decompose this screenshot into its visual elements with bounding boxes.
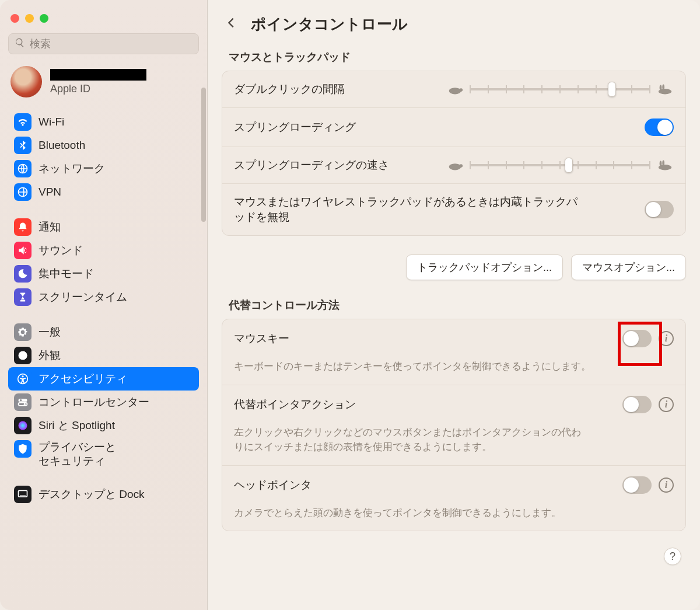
sidebar-icon — [14, 265, 32, 283]
account-sub-label: Apple ID — [50, 83, 146, 95]
row-double-click: ダブルクリックの間隔 — [222, 71, 685, 108]
search-input[interactable]: 検索 — [8, 33, 199, 54]
sidebar-item-2-5[interactable]: プライバシーとセキュリティ — [8, 437, 199, 471]
svg-point-8 — [24, 403, 26, 405]
section-mouse-trackpad-label: マウスとトラックパッド — [208, 46, 700, 71]
sidebar-icon — [14, 347, 32, 364]
sidebar-item-0-1[interactable]: Bluetooth — [8, 134, 199, 157]
sidebar-item-label: 通知 — [38, 219, 61, 235]
spring-speed-slider[interactable] — [446, 159, 674, 172]
main-content: ポインタコントロール マウスとトラックパッド ダブルクリックの間隔 スプリングロ… — [208, 0, 700, 610]
sidebar-item-label: コントロールセンター — [38, 395, 149, 410]
search-icon — [15, 37, 25, 51]
mouse-keys-label: マウスキー — [234, 331, 289, 346]
account-name-redacted — [50, 69, 146, 81]
sidebar-item-label: Bluetooth — [38, 139, 85, 152]
svg-rect-6 — [19, 403, 27, 406]
sidebar-item-1-3[interactable]: スクリーンタイム — [8, 285, 199, 309]
sidebar-item-label: VPN — [38, 186, 61, 198]
sidebar-item-2-4[interactable]: Siri と Spotlight — [8, 414, 199, 437]
help-button[interactable]: ? — [664, 548, 681, 565]
back-button[interactable] — [225, 16, 242, 33]
close-window-button[interactable] — [10, 14, 19, 23]
sidebar-icon — [14, 288, 32, 306]
sidebar-item-label: 一般 — [38, 325, 61, 340]
account-row[interactable]: Apple ID — [0, 61, 207, 108]
alt-pointer-label: 代替ポインタアクション — [234, 397, 356, 412]
sidebar-item-0-2[interactable]: ネットワーク — [8, 157, 199, 180]
sidebar-item-3-0[interactable]: デスクトップと Dock — [8, 483, 199, 506]
sidebar-icon — [14, 393, 32, 411]
sidebar-item-0-3[interactable]: VPN — [8, 180, 199, 204]
svg-point-17 — [449, 163, 461, 170]
sidebar-item-label: デスクトップと Dock — [38, 487, 145, 502]
sidebar-icon — [14, 370, 32, 388]
row-ignore-trackpad: マウスまたはワイヤレストラックパッドがあるときは内蔵トラックパッドを無視 — [222, 184, 685, 235]
sidebar-item-label: ネットワーク — [38, 161, 105, 176]
rabbit-icon — [656, 159, 674, 172]
spring-speed-label: スプリングローディングの速さ — [234, 158, 389, 173]
svg-point-7 — [20, 399, 22, 401]
mouse-options-button[interactable]: マウスオプション... — [571, 255, 686, 280]
sidebar-item-2-0[interactable]: 一般 — [8, 320, 199, 344]
sidebar-item-2-3[interactable]: コントロールセンター — [8, 391, 199, 414]
sidebar-item-label: Siri と Spotlight — [38, 418, 115, 433]
sidebar-item-label: アクセシビリティ — [38, 371, 127, 386]
row-spring-loading: スプリングローディング — [222, 108, 685, 147]
svg-rect-5 — [19, 399, 27, 402]
head-pointer-info-button[interactable]: i — [659, 477, 674, 493]
sidebar-item-label: 外観 — [38, 348, 61, 363]
turtle-icon — [446, 83, 464, 96]
rabbit-icon — [656, 83, 674, 96]
maximize-window-button[interactable] — [40, 14, 48, 23]
svg-point-21 — [662, 161, 664, 166]
annotation-highlight — [618, 322, 662, 366]
svg-point-4 — [22, 375, 23, 377]
sidebar-item-1-0[interactable]: 通知 — [8, 215, 199, 239]
svg-point-15 — [660, 85, 662, 90]
head-pointer-desc: カメラでとらえた頭の動きを使ってポインタを制御できるようにします。 — [234, 506, 674, 521]
spring-loading-label: スプリングローディング — [234, 120, 356, 135]
spring-loading-toggle[interactable] — [645, 118, 674, 136]
row-head-pointer: ヘッドポインタ i カメラでとらえた頭の動きを使ってポインタを制御できるようにし… — [222, 466, 685, 531]
svg-point-9 — [19, 421, 27, 430]
svg-point-16 — [662, 85, 664, 90]
sidebar-item-label: Wi-Fi — [38, 116, 64, 128]
sidebar-icon — [14, 137, 32, 154]
trackpad-options-button[interactable]: トラックパッドオプション... — [406, 255, 563, 280]
minimize-window-button[interactable] — [25, 14, 34, 23]
sidebar-item-2-2[interactable]: アクセシビリティ — [8, 367, 199, 391]
sidebar-item-1-2[interactable]: 集中モード — [8, 262, 199, 285]
svg-point-13 — [460, 88, 463, 92]
header: ポインタコントロール — [208, 0, 700, 46]
sidebar-icon — [14, 440, 32, 458]
sidebar-scrollbar[interactable] — [201, 88, 206, 222]
sidebar-item-2-1[interactable]: 外観 — [8, 344, 199, 367]
head-pointer-label: ヘッドポインタ — [234, 477, 312, 493]
sidebar-item-label: サウンド — [38, 243, 83, 258]
turtle-icon — [446, 159, 464, 172]
alt-pointer-desc: 左クリックや右クリックなどのマウスボタンまたはポインタアクションの代わりにスイッ… — [234, 425, 584, 455]
avatar — [10, 66, 42, 97]
sidebar: 検索 Apple ID Wi-FiBluetoothネットワークVPN通知サウン… — [0, 0, 208, 610]
sidebar-icon — [14, 218, 32, 236]
sidebar-item-1-1[interactable]: サウンド — [8, 239, 199, 262]
sidebar-icon — [14, 113, 32, 131]
svg-point-20 — [660, 161, 662, 166]
alt-pointer-info-button[interactable]: i — [659, 397, 674, 412]
sidebar-icon — [14, 242, 32, 259]
section-alt-control-label: 代替コントロール方法 — [208, 294, 700, 319]
sidebar-item-label: スクリーンタイム — [38, 290, 127, 305]
double-click-slider[interactable] — [446, 83, 674, 96]
row-spring-speed: スプリングローディングの速さ — [222, 147, 685, 184]
row-alt-pointer: 代替ポインタアクション i 左クリックや右クリックなどのマウスボタンまたはポイン… — [222, 385, 685, 466]
head-pointer-toggle[interactable] — [622, 476, 652, 494]
ignore-trackpad-toggle[interactable] — [645, 201, 674, 218]
svg-point-12 — [449, 88, 461, 94]
double-click-label: ダブルクリックの間隔 — [234, 82, 345, 97]
sidebar-icon — [14, 183, 32, 201]
ignore-trackpad-label: マウスまたはワイヤレストラックパッドがあるときは内蔵トラックパッドを無視 — [234, 194, 578, 225]
alt-pointer-toggle[interactable] — [622, 396, 652, 413]
sidebar-item-0-0[interactable]: Wi-Fi — [8, 110, 199, 134]
sidebar-item-label: 集中モード — [38, 266, 94, 281]
